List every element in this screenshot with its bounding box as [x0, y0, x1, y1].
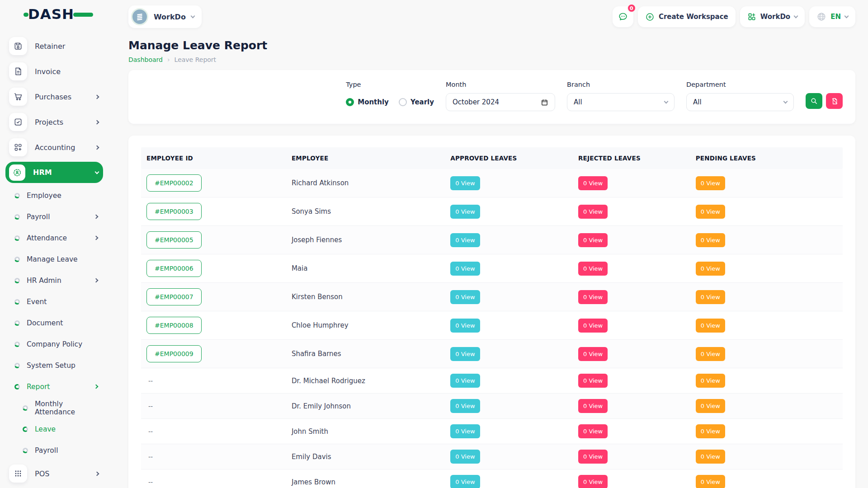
bullet-icon — [23, 427, 28, 432]
workspace-selector[interactable]: WorkDo — [128, 5, 202, 28]
pending-leaves-view-button[interactable]: 0 View — [696, 424, 725, 438]
workspace-avatar-building-icon — [131, 8, 148, 25]
workdo-menu-label: WorkDo — [760, 13, 790, 21]
pending-leaves-view-button[interactable]: 0 View — [696, 399, 725, 413]
sidebar-subitem-document[interactable]: Document — [5, 312, 103, 333]
rejected-leaves-view-button[interactable]: 0 View — [578, 347, 608, 361]
branch-select[interactable]: All — [567, 93, 675, 111]
logo-accent-bar — [73, 13, 93, 17]
approved-leaves-view-button[interactable]: 0 View — [450, 319, 480, 333]
employee-name: Maia — [292, 264, 450, 272]
approved-leaves-view-button[interactable]: 0 View — [450, 347, 480, 361]
sidebar-subitem-label: Employee — [27, 192, 103, 200]
pending-leaves-view-button[interactable]: 0 View — [696, 290, 725, 304]
approved-leaves-view-button[interactable]: 0 View — [450, 290, 480, 304]
pending-leaves-view-button[interactable]: 0 View — [696, 374, 725, 388]
sidebar-item-pos[interactable]: POS — [5, 461, 103, 486]
pending-leaves-view-button[interactable]: 0 View — [696, 262, 725, 276]
rejected-leaves-view-button[interactable]: 0 View — [578, 450, 608, 464]
rejected-leaves-view-button[interactable]: 0 View — [578, 424, 608, 438]
sidebar-subitem-payroll[interactable]: Payroll — [5, 206, 103, 227]
sidebar-subitem-report[interactable]: Report — [5, 376, 103, 397]
sidebar-subsubitem-monthly-attendance[interactable]: Monthly Attendance — [5, 397, 103, 418]
sidebar-item-purchases[interactable]: Purchases — [5, 84, 103, 109]
month-input[interactable]: October 2024 — [446, 93, 555, 111]
sidebar-subitem-hr-admin[interactable]: HR Admin — [5, 270, 103, 291]
sidebar-subitem-company-policy[interactable]: Company Policy — [5, 333, 103, 355]
employee-id-button[interactable]: #EMP00009 — [146, 345, 202, 362]
rejected-leaves-view-button[interactable]: 0 View — [578, 475, 608, 488]
table-row: -- Dr. Emily Johnson 0 View 0 View 0 Vie… — [141, 394, 843, 419]
messages-button[interactable]: 0 — [613, 6, 633, 27]
invoice-icon — [9, 62, 27, 80]
type-radio-group: Monthly Yearly — [346, 93, 434, 111]
pending-leaves-view-button[interactable]: 0 View — [696, 205, 725, 219]
approved-leaves-view-button[interactable]: 0 View — [450, 450, 480, 464]
sidebar-subitem-attendance[interactable]: Attendance — [5, 227, 103, 249]
approved-leaves-view-button[interactable]: 0 View — [450, 475, 480, 488]
employee-id-button[interactable]: #EMP00006 — [146, 260, 202, 277]
employee-id-button[interactable]: #EMP00003 — [146, 203, 202, 220]
approved-leaves-view-button[interactable]: 0 View — [450, 205, 480, 219]
pending-leaves-view-button[interactable]: 0 View — [696, 319, 725, 333]
sidebar-nav: Retainer Invoice Purchases Projects — [0, 28, 108, 486]
pending-leaves-view-button[interactable]: 0 View — [696, 176, 725, 190]
sidebar-item-invoice[interactable]: Invoice — [5, 59, 103, 84]
type-filter-group: Type Monthly Yearly — [346, 81, 434, 111]
pending-leaves-view-button[interactable]: 0 View — [696, 475, 725, 488]
sidebar-item-hrm[interactable]: HRM — [5, 162, 103, 183]
sidebar-subsubitem-leave[interactable]: Leave — [5, 418, 103, 440]
sidebar-subitem-employee[interactable]: Employee — [5, 185, 103, 206]
pending-leaves-view-button[interactable]: 0 View — [696, 450, 725, 464]
rejected-leaves-view-button[interactable]: 0 View — [578, 319, 608, 333]
approved-leaves-view-button[interactable]: 0 View — [450, 399, 480, 413]
approved-leaves-view-button[interactable]: 0 View — [450, 233, 480, 247]
sidebar-subsubitem-payroll[interactable]: Payroll — [5, 440, 103, 461]
sidebar-item-projects[interactable]: Projects — [5, 109, 103, 135]
create-workspace-button[interactable]: Create Workspace — [638, 6, 736, 27]
month-filter-group: Month October 2024 — [446, 81, 555, 111]
radio-yearly[interactable]: Yearly — [399, 98, 434, 106]
search-button[interactable] — [806, 93, 822, 109]
rejected-leaves-view-button[interactable]: 0 View — [578, 399, 608, 413]
sidebar-subitem-label: HR Admin — [27, 277, 94, 285]
employee-id-button[interactable]: #EMP00008 — [146, 317, 202, 334]
approved-leaves-view-button[interactable]: 0 View — [450, 374, 480, 388]
sidebar-subitem-manage-leave[interactable]: Manage Leave — [5, 249, 103, 270]
employee-id-button[interactable]: #EMP00002 — [146, 174, 202, 192]
bullet-icon — [14, 384, 20, 389]
approved-leaves-view-button[interactable]: 0 View — [450, 262, 480, 276]
reset-filter-button[interactable] — [826, 93, 843, 109]
rejected-leaves-view-button[interactable]: 0 View — [578, 262, 608, 276]
employee-id-button[interactable]: #EMP00007 — [146, 288, 202, 305]
rejected-leaves-view-button[interactable]: 0 View — [578, 290, 608, 304]
sidebar-subitem-label: Leave — [35, 425, 103, 433]
approved-leaves-view-button[interactable]: 0 View — [450, 176, 480, 190]
workdo-menu-button[interactable]: WorkDo — [740, 6, 805, 27]
sidebar-item-retainer[interactable]: Retainer — [5, 33, 103, 59]
cart-icon — [9, 88, 27, 106]
dots-grid-icon — [9, 465, 27, 483]
search-icon — [810, 97, 818, 105]
breadcrumb-dashboard-link[interactable]: Dashboard — [128, 56, 163, 63]
department-select[interactable]: All — [686, 93, 794, 111]
type-label: Type — [346, 81, 434, 88]
app-logo[interactable]: DASH — [0, 0, 108, 28]
rejected-leaves-view-button[interactable]: 0 View — [578, 205, 608, 219]
employee-id-button[interactable]: #EMP00005 — [146, 231, 202, 249]
sidebar-item-accounting[interactable]: Accounting — [5, 135, 103, 160]
sidebar-subitem-system-setup[interactable]: System Setup — [5, 355, 103, 376]
sidebar-subitem-event[interactable]: Event — [5, 291, 103, 312]
column-header-approved-leaves: APPROVED LEAVES — [450, 155, 578, 162]
rejected-leaves-view-button[interactable]: 0 View — [578, 233, 608, 247]
radio-monthly[interactable]: Monthly — [346, 98, 389, 106]
pending-leaves-view-button[interactable]: 0 View — [696, 347, 725, 361]
pending-leaves-view-button[interactable]: 0 View — [696, 233, 725, 247]
table-row: #EMP00008 Chloe Humphrey 0 View 0 View 0… — [141, 311, 843, 340]
table-row: #EMP00006 Maia 0 View 0 View 0 View — [141, 254, 843, 283]
rejected-leaves-view-button[interactable]: 0 View — [578, 374, 608, 388]
approved-leaves-view-button[interactable]: 0 View — [450, 424, 480, 438]
employee-id-empty: -- — [146, 403, 153, 410]
language-selector[interactable]: EN — [809, 6, 855, 27]
rejected-leaves-view-button[interactable]: 0 View — [578, 176, 608, 190]
